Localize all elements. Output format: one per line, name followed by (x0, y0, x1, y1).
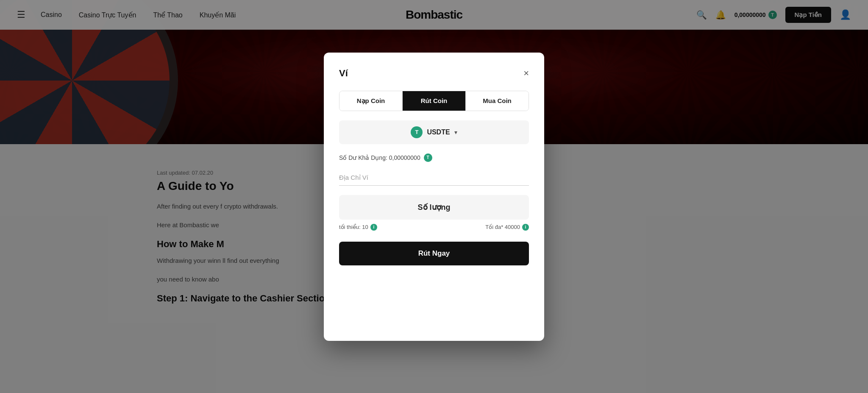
tab-rut-coin[interactable]: Rút Coin (403, 91, 466, 111)
tab-group: Nạp Coin Rút Coin Mua Coin (339, 91, 529, 111)
max-item: Tối đa* 40000 i (485, 224, 529, 231)
min-item: tối thiểu: 10 i (339, 224, 377, 231)
close-button[interactable]: × (523, 69, 529, 78)
vi-modal: Ví × Nạp Coin Rút Coin Mua Coin T USDTE … (324, 53, 544, 341)
min-info-icon[interactable]: i (370, 224, 377, 231)
tab-mua-coin[interactable]: Mua Coin (466, 91, 529, 111)
currency-selector[interactable]: T USDTE ▾ (339, 120, 529, 144)
tether-badge-icon: T (411, 126, 423, 138)
tab-nap-coin[interactable]: Nạp Coin (339, 91, 403, 111)
amount-button[interactable]: Số lượng (339, 195, 529, 220)
minmax-row: tối thiểu: 10 i Tối đa* 40000 i (339, 224, 529, 231)
modal-title: Ví (339, 68, 348, 79)
rut-ngay-button[interactable]: Rút Ngay (339, 242, 529, 265)
chevron-down-icon: ▾ (454, 129, 457, 136)
min-label: tối thiểu: 10 (339, 224, 368, 230)
balance-label: Số Dư Khả Dụng: 0,00000000 (339, 154, 420, 161)
balance-tether-icon: T (424, 153, 432, 162)
currency-name: USDTE (427, 128, 450, 136)
balance-row: Số Dư Khả Dụng: 0,00000000 T (339, 153, 529, 162)
max-info-icon[interactable]: i (522, 224, 529, 231)
max-label: Tối đa* 40000 (485, 224, 520, 230)
address-input[interactable] (339, 170, 529, 186)
modal-header: Ví × (339, 68, 529, 79)
